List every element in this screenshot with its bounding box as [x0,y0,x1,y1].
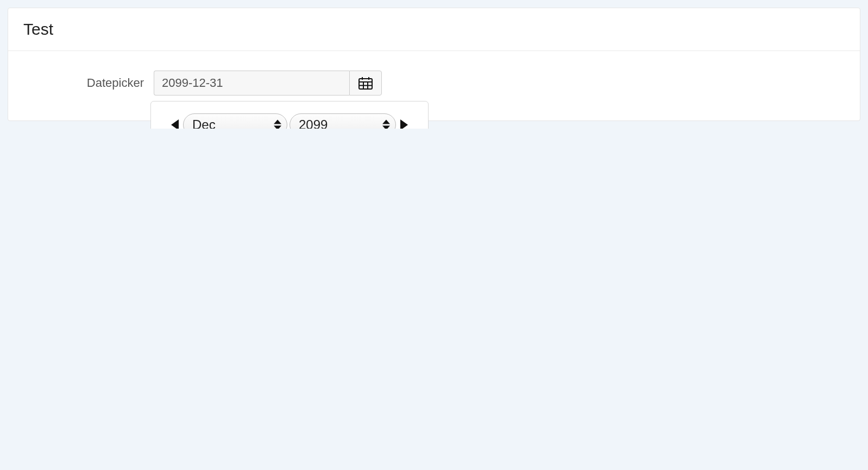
spinner-icon [274,120,281,129]
date-input[interactable] [154,71,349,96]
calendar-toggle-button[interactable] [349,71,382,96]
year-select-value: 2099 [299,117,328,129]
prev-month-button[interactable] [171,119,179,129]
datepicker-field-row: Datepicker [23,71,845,96]
datepicker-popup: Dec 2099 [150,101,429,129]
datepicker-nav: Dec 2099 [161,113,418,129]
next-month-button[interactable] [400,119,408,129]
month-select-value: Dec [192,117,216,129]
year-select[interactable]: 2099 [290,113,396,129]
date-input-group [154,71,382,96]
caret-up-icon [274,120,281,124]
svg-rect-0 [359,79,372,89]
caret-down-icon [382,126,390,129]
month-select[interactable]: Dec [183,113,287,129]
panel: Test Datepicker [8,8,860,121]
spinner-icon [382,120,390,129]
datepicker-label: Datepicker [23,76,154,90]
calendar-icon [358,77,373,90]
panel-title: Test [8,8,860,51]
caret-down-icon [274,126,281,129]
caret-up-icon [382,120,390,124]
panel-body: Datepicker [8,51,860,120]
